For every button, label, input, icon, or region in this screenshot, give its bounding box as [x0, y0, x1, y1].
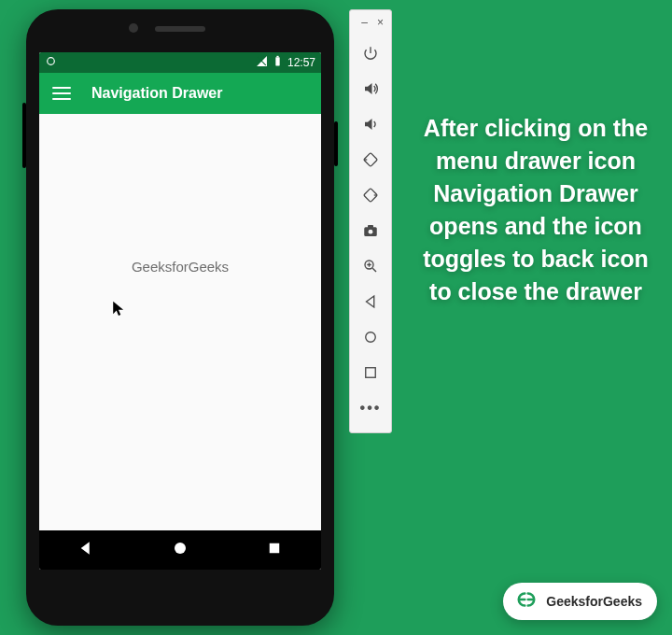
signal-icon	[256, 55, 268, 70]
status-left-icon	[45, 55, 57, 70]
volume-up-icon[interactable]	[354, 72, 387, 106]
screenshot-icon[interactable]	[354, 214, 387, 247]
mouse-cursor-icon	[112, 301, 125, 320]
hamburger-icon[interactable]	[52, 87, 71, 100]
front-camera	[129, 23, 138, 33]
rotate-right-icon[interactable]	[354, 178, 387, 212]
close-icon[interactable]: ×	[377, 16, 384, 29]
app-title: Navigation Drawer	[91, 85, 222, 102]
power-button	[334, 121, 338, 166]
speaker-grille	[155, 26, 205, 32]
svg-rect-1	[275, 57, 279, 65]
emulator-toolbar: – × •••	[349, 9, 392, 433]
back-icon[interactable]	[77, 540, 94, 560]
more-icon[interactable]: •••	[354, 391, 387, 425]
minimize-icon[interactable]: –	[361, 16, 368, 29]
home-icon[interactable]	[172, 540, 189, 560]
home-button-icon[interactable]	[354, 320, 387, 354]
device-screen: 12:57 Navigation Drawer GeeksforGeeks	[39, 52, 321, 570]
rotate-left-icon[interactable]	[354, 143, 387, 176]
zoom-icon[interactable]	[354, 249, 387, 283]
app-bar: Navigation Drawer	[39, 73, 321, 114]
svg-point-11	[366, 332, 376, 343]
overview-button-icon[interactable]	[354, 356, 387, 389]
caption-text: After clicking on the menu drawer icon N…	[411, 112, 661, 308]
system-navbar	[39, 530, 321, 570]
svg-point-3	[175, 543, 186, 554]
volume-down-icon[interactable]	[354, 107, 387, 141]
svg-point-0	[48, 58, 55, 65]
back-button-icon[interactable]	[354, 285, 387, 318]
brand-logo-icon	[514, 589, 539, 614]
body-text: GeeksforGeeks	[132, 259, 229, 275]
volume-rocker	[22, 103, 26, 168]
svg-rect-2	[276, 56, 278, 57]
status-time: 12:57	[287, 56, 315, 69]
svg-point-8	[369, 230, 373, 234]
svg-rect-9	[368, 225, 373, 228]
brand-name: GeeksforGeeks	[546, 594, 642, 609]
content-area: GeeksforGeeks	[39, 114, 321, 530]
battery-icon	[272, 55, 284, 70]
status-bar: 12:57	[39, 52, 321, 73]
phone-frame: 12:57 Navigation Drawer GeeksforGeeks	[26, 9, 334, 626]
power-icon[interactable]	[354, 36, 387, 70]
recents-icon[interactable]	[266, 540, 283, 560]
svg-rect-4	[269, 543, 279, 554]
brand-badge: GeeksforGeeks	[503, 583, 657, 620]
svg-rect-12	[366, 368, 376, 378]
